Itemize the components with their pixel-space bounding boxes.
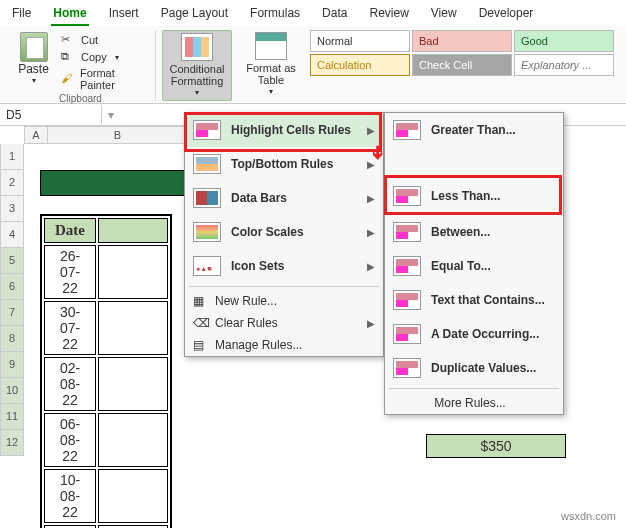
menu-color-scales[interactable]: Color Scales▶ xyxy=(185,215,383,249)
menu-data-bars[interactable]: Data Bars▶ xyxy=(185,181,383,215)
style-normal[interactable]: Normal xyxy=(310,30,410,52)
row-7[interactable]: 7 xyxy=(0,300,24,326)
painter-label: Format Painter xyxy=(80,67,147,91)
annotation-arrow-icon: ➔ xyxy=(367,145,389,160)
chevron-right-icon: ▶ xyxy=(367,159,375,170)
data-bars-icon xyxy=(193,188,221,208)
duplicate-values-icon xyxy=(393,358,421,378)
paste-button[interactable]: Paste ▾ xyxy=(12,30,55,92)
name-box[interactable]: D5 xyxy=(0,106,102,124)
ribbon-tabs: File Home Insert Page Layout Formulas Da… xyxy=(0,0,626,26)
less-than-icon xyxy=(393,186,421,206)
style-explanatory[interactable]: Explanatory ... xyxy=(514,54,614,76)
cell-date-1[interactable]: 30-07-22 xyxy=(44,301,96,355)
menu-clear-rules[interactable]: ⌫Clear Rules▶ xyxy=(185,312,383,334)
format-as-table-icon xyxy=(255,32,287,60)
new-rule-icon: ▦ xyxy=(193,294,204,308)
cell-date-0[interactable]: 26-07-22 xyxy=(44,245,96,299)
conditional-formatting-icon xyxy=(181,33,213,61)
menu-label: Top/Bottom Rules xyxy=(231,157,333,171)
menu-highlight-cells-rules[interactable]: Highlight Cells Rules▶ xyxy=(185,113,383,147)
top-bottom-icon xyxy=(193,154,221,174)
copy-icon: ⧉ xyxy=(61,50,75,64)
menu-label: Greater Than... xyxy=(431,123,516,137)
cell-styles-gallery[interactable]: Normal Bad Good Calculation Check Cell E… xyxy=(310,30,614,76)
row-2[interactable]: 2 xyxy=(0,170,24,196)
tab-insert[interactable]: Insert xyxy=(107,4,141,26)
chevron-right-icon: ▶ xyxy=(367,261,375,272)
menu-between[interactable]: Between... xyxy=(385,215,563,249)
menu-label: Between... xyxy=(431,225,490,239)
format-as-table-button[interactable]: Format as Table▾ xyxy=(236,30,306,99)
menu-label: Less Than... xyxy=(431,189,500,203)
highlight-cells-icon xyxy=(193,120,221,140)
menu-greater-than[interactable]: Greater Than... xyxy=(385,113,563,147)
row-headers: 1 2 3 4 5 6 7 8 9 10 11 12 xyxy=(0,144,24,456)
manage-rules-icon: ▤ xyxy=(193,338,204,352)
menu-less-than[interactable]: Less Than... xyxy=(385,179,563,213)
col-B[interactable]: B xyxy=(48,126,188,144)
paste-icon xyxy=(20,32,48,62)
menu-label: More Rules... xyxy=(434,396,505,410)
col-A[interactable]: A xyxy=(24,126,48,144)
format-painter-button[interactable]: 🖌Format Painter xyxy=(59,66,149,92)
date-occurring-icon xyxy=(393,324,421,344)
greater-than-icon xyxy=(393,120,421,140)
row-11[interactable]: 11 xyxy=(0,404,24,430)
styles-group: Conditional Formatting▾ Format as Table▾… xyxy=(156,30,620,101)
menu-label: Text that Contains... xyxy=(431,293,545,307)
menu-top-bottom-rules[interactable]: Top/Bottom Rules▶ xyxy=(185,147,383,181)
tab-home[interactable]: Home xyxy=(51,4,88,26)
header-date: Date xyxy=(44,218,96,243)
cf-label: Conditional Formatting xyxy=(165,63,229,87)
menu-new-rule[interactable]: ▦New Rule... xyxy=(185,290,383,312)
clipboard-group: Paste ▾ ✂Cut ⧉Copy▾ 🖌Format Painter Clip… xyxy=(6,30,156,101)
tab-file[interactable]: File xyxy=(10,4,33,26)
cut-button[interactable]: ✂Cut xyxy=(59,32,149,48)
clear-rules-icon: ⌫ xyxy=(193,316,210,330)
cell-date-2[interactable]: 02-08-22 xyxy=(44,357,96,411)
row-8[interactable]: 8 xyxy=(0,326,24,352)
style-bad[interactable]: Bad xyxy=(412,30,512,52)
row-12[interactable]: 12 xyxy=(0,430,24,456)
cut-icon: ✂ xyxy=(61,33,75,47)
chevron-right-icon: ▶ xyxy=(367,227,375,238)
row-4[interactable]: 4 xyxy=(0,222,24,248)
menu-equal-to[interactable]: Equal To... xyxy=(385,249,563,283)
menu-more-rules[interactable]: More Rules... xyxy=(385,392,563,414)
copy-button[interactable]: ⧉Copy▾ xyxy=(59,49,149,65)
row-3[interactable]: 3 xyxy=(0,196,24,222)
cell-date-4[interactable]: 10-08-22 xyxy=(44,469,96,523)
menu-duplicate-values[interactable]: Duplicate Values... xyxy=(385,351,563,385)
row-5[interactable]: 5 xyxy=(0,248,24,274)
chevron-right-icon: ▶ xyxy=(367,193,375,204)
menu-label: Highlight Cells Rules xyxy=(231,123,351,137)
chevron-right-icon: ▶ xyxy=(367,125,375,136)
ribbon: Paste ▾ ✂Cut ⧉Copy▾ 🖌Format Painter Clip… xyxy=(0,26,626,104)
conditional-formatting-button[interactable]: Conditional Formatting▾ xyxy=(162,30,232,101)
menu-date-occurring[interactable]: A Date Occurring... xyxy=(385,317,563,351)
style-check-cell[interactable]: Check Cell xyxy=(412,54,512,76)
paste-label: Paste xyxy=(18,62,49,76)
row-10[interactable]: 10 xyxy=(0,378,24,404)
tab-developer[interactable]: Developer xyxy=(477,4,536,26)
tab-formulas[interactable]: Formulas xyxy=(248,4,302,26)
menu-icon-sets[interactable]: Icon Sets▶ xyxy=(185,249,383,283)
tab-page-layout[interactable]: Page Layout xyxy=(159,4,230,26)
row-1[interactable]: 1 xyxy=(0,144,24,170)
price-cell[interactable]: $350 xyxy=(426,434,566,458)
menu-label: Manage Rules... xyxy=(215,338,302,352)
menu-label: Clear Rules xyxy=(215,316,278,330)
menu-text-contains[interactable]: Text that Contains... xyxy=(385,283,563,317)
cell-date-3[interactable]: 06-08-22 xyxy=(44,413,96,467)
tab-review[interactable]: Review xyxy=(367,4,410,26)
menu-label: Equal To... xyxy=(431,259,491,273)
menu-manage-rules[interactable]: ▤Manage Rules... xyxy=(185,334,383,356)
style-good[interactable]: Good xyxy=(514,30,614,52)
copy-label: Copy xyxy=(81,51,107,63)
tab-view[interactable]: View xyxy=(429,4,459,26)
row-9[interactable]: 9 xyxy=(0,352,24,378)
row-6[interactable]: 6 xyxy=(0,274,24,300)
tab-data[interactable]: Data xyxy=(320,4,349,26)
style-calculation[interactable]: Calculation xyxy=(310,54,410,76)
